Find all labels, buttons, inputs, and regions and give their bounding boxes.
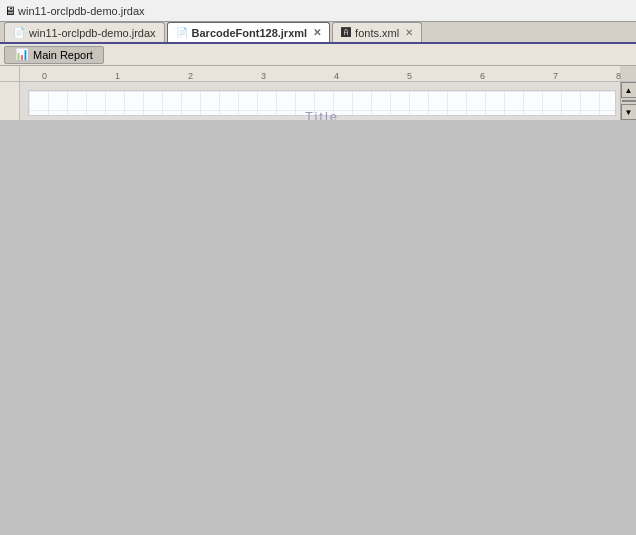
tab-barcode-label: BarcodeFont128.jrxml bbox=[192, 27, 308, 39]
scroll-down-button[interactable]: ▼ bbox=[621, 104, 637, 120]
title-bar: 🖥 win11-orclpdb-demo.jrdax bbox=[0, 0, 636, 22]
scroll-up-button[interactable]: ▲ bbox=[621, 82, 637, 98]
window-title: win11-orclpdb-demo.jrdax bbox=[18, 5, 145, 17]
report-tab-bar: 📊 Main Report bbox=[0, 44, 636, 66]
band-title: Title bbox=[29, 91, 615, 120]
scroll-thumb[interactable] bbox=[622, 100, 636, 102]
tab-main-file[interactable]: 📄 win11-orclpdb-demo.jrdax bbox=[4, 22, 165, 42]
tab-fonts-label: fonts.xml bbox=[355, 27, 399, 39]
tab-barcode-font[interactable]: 📄 BarcodeFont128.jrxml ✕ bbox=[167, 22, 331, 42]
report-tab-icon: 📊 bbox=[15, 48, 29, 61]
ruler-top: 0 1 2 3 4 5 6 7 8 bbox=[40, 66, 620, 82]
ruler-mark-2: 2 bbox=[188, 71, 193, 81]
canvas: Title Page Header Column Header SYSDATE … bbox=[20, 82, 620, 120]
ruler-mark-4: 4 bbox=[334, 71, 339, 81]
ruler-mark-0: 0 bbox=[42, 71, 47, 81]
ruler-mark-6: 6 bbox=[480, 71, 485, 81]
band-title-label: Title bbox=[29, 108, 615, 120]
scrollbar-right[interactable]: ▲ ▼ bbox=[620, 82, 636, 120]
report-tab-label: Main Report bbox=[33, 49, 93, 61]
tab-bar: 📄 win11-orclpdb-demo.jrdax 📄 BarcodeFont… bbox=[0, 22, 636, 44]
ruler-mark-1: 1 bbox=[115, 71, 120, 81]
design-area: 0 1 2 3 Title Page Header Column Header bbox=[0, 82, 636, 120]
ruler-mark-5: 5 bbox=[407, 71, 412, 81]
canvas-inner: Title Page Header Column Header SYSDATE … bbox=[28, 90, 616, 116]
app-icon: 🖥 bbox=[4, 4, 16, 18]
tab-fonts-icon: 🅰 bbox=[341, 27, 351, 38]
tab-barcode-icon: 📄 bbox=[176, 27, 188, 38]
ruler-left: 0 1 2 3 bbox=[0, 82, 20, 120]
ruler-container: 0 1 2 3 4 5 6 7 8 0 1 2 3 Title bbox=[0, 66, 636, 120]
tab-main-file-label: win11-orclpdb-demo.jrdax bbox=[29, 27, 156, 39]
tab-fonts-close[interactable]: ✕ bbox=[405, 27, 413, 38]
ruler-mark-3: 3 bbox=[261, 71, 266, 81]
main-report-tab[interactable]: 📊 Main Report bbox=[4, 46, 104, 64]
ruler-mark-8: 8 bbox=[616, 71, 621, 81]
ruler-mark-7: 7 bbox=[553, 71, 558, 81]
tab-fonts[interactable]: 🅰 fonts.xml ✕ bbox=[332, 22, 422, 42]
tab-main-file-icon: 📄 bbox=[13, 27, 25, 38]
tab-barcode-close[interactable]: ✕ bbox=[313, 27, 321, 38]
